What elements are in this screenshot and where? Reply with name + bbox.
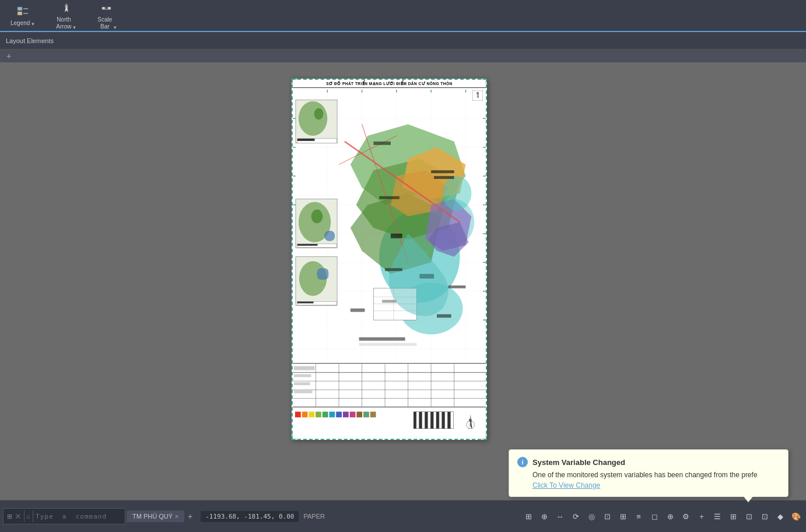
cmd-dropdown-icon: ⌂ (27, 513, 30, 520)
svg-rect-138 (442, 411, 445, 428)
svg-rect-59 (324, 231, 335, 241)
north-arrow-tool[interactable]: N NorthArrow ▼ (51, 0, 81, 33)
notification-link[interactable]: Click To View Change (532, 481, 780, 489)
scale-bar-icon (100, 1, 114, 15)
add-layout-tab[interactable]: + (185, 512, 195, 521)
svg-rect-136 (436, 411, 439, 428)
cmd-divider-2 (33, 510, 33, 522)
map-title: SƠ ĐỒ PHÁT TRIỂN MẠNG LƯỚI ĐIỂM DÂN CƯ N… (293, 80, 486, 88)
svg-rect-122 (336, 411, 342, 417)
command-input-area[interactable]: ⊞ ✕ ⌂ (3, 508, 125, 524)
svg-rect-97 (385, 268, 402, 271)
legend-tool[interactable]: Legend ▼ (6, 2, 40, 29)
notification-title: i System Variable Changed (517, 457, 780, 467)
svg-point-53 (314, 108, 324, 120)
svg-rect-85 (351, 308, 365, 312)
svg-rect-117 (302, 411, 308, 417)
svg-rect-93 (382, 300, 397, 303)
status-bar: ⊞ ✕ ⌂ TM PHÚ QUÝ × + -1193.68, -181.45, … (0, 500, 806, 532)
command-input[interactable] (36, 513, 121, 520)
model-icon[interactable]: ☰ (710, 509, 724, 523)
svg-rect-61 (297, 244, 318, 246)
layout-tab[interactable]: TM PHÚ QUÝ × (127, 510, 184, 522)
coordinates-display: -1193.68, -181.45, 0.00 (201, 511, 299, 522)
snap-icon[interactable]: ⊞ (521, 509, 535, 523)
color-icon[interactable]: 🎨 (789, 509, 803, 523)
grid-icon: ⊞ (7, 513, 12, 520)
svg-rect-112 (294, 374, 311, 377)
svg-text:N: N (65, 3, 68, 9)
viewport-icon[interactable]: ⊡ (742, 509, 756, 523)
workspace-icon[interactable]: ◆ (773, 509, 787, 523)
ortho-icon[interactable]: ⟳ (569, 509, 583, 523)
svg-rect-96 (434, 176, 454, 179)
north-arrow-icon: N (59, 1, 73, 15)
svg-rect-64 (317, 268, 328, 280)
notification-popup: i System Variable Changed One of the mon… (509, 449, 789, 497)
svg-rect-6 (102, 7, 105, 9)
svg-rect-1 (17, 12, 22, 15)
notification-body: One of the monitored system variables ha… (532, 471, 780, 479)
canvas-area: SƠ ĐỒ PHÁT TRIỂN MẠNG LƯỚI ĐIỂM DÂN CƯ N… (0, 62, 806, 500)
north-arrow-dropdown[interactable]: NorthArrow ▼ (56, 16, 76, 30)
otrack-icon[interactable]: ⊡ (600, 509, 614, 523)
svg-rect-83 (379, 196, 400, 199)
svg-rect-0 (17, 7, 22, 10)
status-icons: ⊞ ⊕ ↔ ⟳ ◎ ⊡ ⊞ ≡ ◻ ⊕ ⚙ + ☰ ⊞ ⊡ ⊡ ◆ 🎨 (326, 509, 803, 523)
legend-label: Legend (10, 20, 30, 27)
svg-rect-7 (105, 7, 108, 9)
ducs-icon[interactable]: ⊞ (616, 509, 630, 523)
svg-rect-120 (323, 411, 328, 417)
notification-info-icon: i (517, 457, 528, 467)
svg-rect-82 (373, 142, 391, 145)
svg-rect-123 (343, 411, 349, 417)
add-tab-button[interactable]: + (3, 50, 15, 62)
legend-dropdown[interactable]: Legend ▼ (10, 20, 35, 27)
svg-rect-95 (431, 170, 454, 173)
svg-rect-98 (448, 286, 466, 288)
layout-tab-close[interactable]: × (175, 513, 178, 520)
svg-rect-131 (422, 411, 425, 428)
scale-bar-label: ScaleBar (97, 16, 112, 30)
svg-point-94 (443, 176, 471, 210)
svg-rect-135 (433, 411, 436, 428)
grid-toggle-icon[interactable]: ↔ (553, 509, 567, 523)
scale-bar-tool[interactable]: ScaleBar ▼ (93, 0, 122, 33)
add-icon[interactable]: + (695, 509, 709, 523)
svg-rect-128 (413, 411, 416, 428)
legend-bar: N (293, 407, 486, 439)
svg-point-52 (299, 101, 327, 136)
svg-rect-99 (293, 364, 486, 407)
lineweight-icon[interactable]: ≡ (632, 509, 646, 523)
svg-rect-116 (295, 411, 301, 417)
north-arrow-label: NorthArrow (56, 16, 71, 30)
scale-bar-dropdown[interactable]: ScaleBar ▼ (97, 16, 117, 30)
annotate-icon[interactable]: ⊡ (758, 509, 772, 523)
transparency-icon[interactable]: ◻ (647, 509, 661, 523)
svg-rect-139 (445, 411, 448, 428)
svg-rect-130 (419, 411, 422, 428)
scale-bar-arrow: ▼ (113, 25, 117, 30)
svg-rect-127 (370, 411, 376, 417)
svg-rect-141 (450, 411, 453, 428)
layout-elements-label: Layout Elements (6, 37, 54, 44)
legend-icon (16, 5, 30, 19)
svg-rect-86 (359, 337, 405, 341)
notification-tail (744, 496, 753, 502)
polar-icon[interactable]: ◎ (584, 509, 598, 523)
map-inner: SƠ ĐỒ PHÁT TRIỂN MẠNG LƯỚI ĐIỂM DÂN CƯ N… (293, 80, 486, 439)
svg-text:N: N (476, 91, 479, 95)
osnap-icon[interactable]: ⊕ (537, 509, 551, 523)
svg-rect-137 (439, 411, 442, 428)
settings-icon[interactable]: ⚙ (679, 509, 693, 523)
svg-rect-66 (297, 302, 314, 304)
svg-rect-113 (294, 382, 310, 385)
main-toolbar: Legend ▼ N NorthArrow ▼ ScaleBar ▼ (0, 0, 806, 32)
cmd-divider-1 (24, 510, 24, 522)
svg-rect-119 (316, 411, 321, 417)
layout-icon[interactable]: ⊞ (726, 509, 740, 523)
svg-rect-114 (294, 390, 313, 393)
map-svg (293, 88, 486, 374)
map-document: SƠ ĐỒ PHÁT TRIỂN MẠNG LƯỚI ĐIỂM DÂN CƯ N… (292, 79, 487, 440)
selection-icon[interactable]: ⊕ (663, 509, 677, 523)
